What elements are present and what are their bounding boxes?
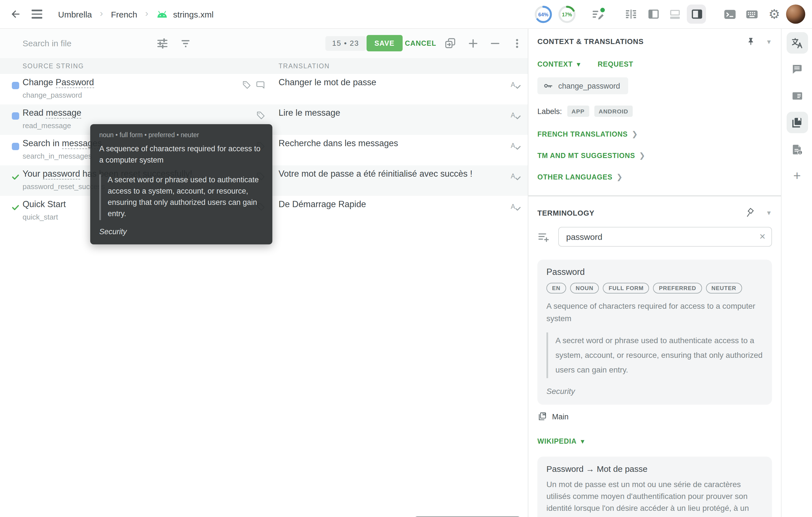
breadcrumb-language[interactable]: French (111, 9, 137, 19)
translated-progress-ring[interactable]: 64% (534, 0, 553, 28)
bottom-panel-view-icon[interactable] (667, 0, 683, 28)
context-link[interactable]: CONTEXT▼ (538, 60, 582, 68)
wikipedia-caret-icon: ▼ (579, 438, 586, 445)
app-bar: Umbrella › French › strings.xml 64% (0, 0, 812, 29)
context-card-tab-icon[interactable] (786, 85, 808, 107)
keyboard-icon[interactable] (744, 0, 759, 28)
copy-source-icon[interactable] (443, 28, 457, 58)
back-button[interactable] (9, 0, 23, 28)
chevron-right-icon: › (145, 8, 148, 19)
more-options-icon[interactable] (511, 28, 523, 58)
file-search-input[interactable]: Search in file (23, 28, 71, 58)
key-icon (543, 81, 553, 91)
tag-icon[interactable] (256, 111, 266, 120)
term-meta: noun • full form • preferred • neuter (99, 132, 263, 138)
spellcheck-icon[interactable]: A (510, 201, 522, 213)
term-highlight[interactable]: password (42, 169, 80, 180)
save-button[interactable]: SAVE (367, 35, 402, 51)
term-card-definition: A sequence of characters required for ac… (546, 300, 763, 325)
pin-icon[interactable] (746, 37, 756, 46)
file-info-tab-icon[interactable] (786, 139, 808, 160)
comment-icon[interactable] (256, 80, 266, 90)
user-avatar[interactable] (786, 0, 805, 28)
spellcheck-icon[interactable]: A (510, 140, 522, 153)
table-row[interactable]: Change Passwordchange_passwordChanger le… (0, 74, 528, 104)
source-string: Read message (23, 108, 82, 118)
wikipedia-link[interactable]: WIKIPEDIA▼ (538, 438, 586, 445)
string-position-counter: 15 • 23 (325, 28, 366, 58)
settings-gear-icon[interactable]: ⚙ (766, 0, 782, 28)
string-key-pill[interactable]: change_password (538, 77, 628, 94)
status-translated-icon (11, 112, 20, 120)
request-link[interactable]: REQUEST (598, 60, 633, 68)
term-attribute-badge: EN (546, 283, 566, 294)
term-highlight[interactable]: Password (56, 77, 94, 88)
translation-text[interactable]: Changer le mot de passe (279, 77, 498, 87)
right-panel-view-icon[interactable] (689, 0, 705, 28)
terminology-tab-icon[interactable] (786, 112, 808, 133)
term-attribute-badge: PREFERRED (653, 283, 702, 294)
glossary-source-row: Main (538, 412, 772, 422)
filter-icon[interactable] (179, 28, 192, 58)
term-card: Password ENNOUNFULL FORMPREFERREDNEUTER … (538, 260, 772, 405)
side-ribbon: + (781, 28, 812, 517)
breadcrumb-project[interactable]: Umbrella (58, 9, 92, 19)
tag-icon[interactable] (242, 80, 252, 90)
panel-section-french-translations[interactable]: FRENCH TRANSLATIONS❯ (538, 130, 772, 138)
left-panel-view-icon[interactable] (646, 0, 662, 28)
expand-chevron-icon: ❯ (616, 173, 622, 181)
label-badge: APP (567, 106, 589, 117)
svg-text:17%: 17% (562, 11, 572, 17)
collapse-caret-icon[interactable]: ▼ (766, 38, 772, 45)
term-definition: A sequence of characters required for ac… (99, 143, 263, 166)
term-card-quote: A secret word or phrase used to authenti… (546, 332, 763, 378)
zoom-in-icon[interactable] (466, 28, 480, 58)
terminology-search-input[interactable] (558, 227, 772, 247)
panel-section-tm-and-mt-suggestions[interactable]: TM AND MT SUGGESTIONS❯ (538, 151, 772, 160)
side-by-side-view-icon[interactable] (623, 0, 639, 28)
unpin-icon[interactable] (746, 208, 756, 218)
string-key: read_message (23, 121, 82, 130)
comments-tab-icon[interactable] (786, 58, 808, 80)
context-panel: CONTEXT & TRANSLATIONS ▼ CONTEXT▼ REQUES… (528, 28, 781, 517)
spellcheck-icon[interactable]: A (510, 171, 522, 183)
terminal-icon[interactable] (722, 0, 737, 28)
translation-text[interactable]: Votre mot de passe a été réinitialisé av… (279, 169, 498, 179)
proofread-notes-icon[interactable] (590, 0, 607, 28)
wikipedia-article-title: Password → Mot de passe (546, 464, 763, 474)
spellcheck-icon[interactable]: A (510, 80, 522, 91)
add-panel-tab-icon[interactable]: + (786, 165, 808, 186)
terminology-caret-icon[interactable]: ▼ (766, 209, 772, 216)
svg-text:A: A (511, 172, 515, 180)
approved-progress-ring[interactable]: 17% (558, 0, 576, 28)
zoom-out-icon[interactable] (488, 28, 502, 58)
svg-text:A: A (511, 81, 515, 88)
add-term-icon[interactable] (538, 230, 550, 243)
svg-text:A: A (511, 111, 515, 119)
panel-sections: FRENCH TRANSLATIONS❯TM AND MT SUGGESTION… (538, 130, 772, 181)
translation-text[interactable]: Lire le message (279, 108, 498, 118)
breadcrumb-file[interactable]: strings.xml (173, 9, 213, 19)
expand-chevron-icon: ❯ (639, 151, 645, 160)
terminology-title: TERMINOLOGY (538, 209, 746, 217)
panel-section-other-languages[interactable]: OTHER LANGUAGES❯ (538, 173, 772, 181)
translations-tab-icon[interactable] (786, 32, 808, 54)
breadcrumb: Umbrella › French › strings.xml (58, 0, 213, 28)
term-attribute-badge: NEUTER (706, 283, 742, 294)
tune-filters-icon[interactable] (156, 28, 169, 58)
table-header: SOURCE STRING TRANSLATION (0, 58, 528, 74)
term-highlight[interactable]: message (46, 108, 82, 118)
term-card-topic: Security (546, 387, 763, 396)
cancel-button[interactable]: CANCEL (402, 39, 439, 48)
svg-text:A: A (511, 142, 515, 149)
spellcheck-icon[interactable]: A (510, 110, 522, 122)
term-topic: Security (99, 227, 263, 236)
source-column-header: SOURCE STRING (23, 63, 84, 70)
menu-icon[interactable] (30, 0, 43, 28)
context-caret-icon: ▼ (576, 61, 582, 68)
chevron-right-icon: › (100, 8, 103, 19)
translation-text[interactable]: De Démarrage Rapide (279, 199, 498, 209)
translation-text[interactable]: Recherche dans les messages (279, 138, 498, 148)
editor-pane: Search in file 15 • 23 SAV (0, 28, 528, 517)
clear-search-icon[interactable]: ✕ (759, 232, 766, 241)
